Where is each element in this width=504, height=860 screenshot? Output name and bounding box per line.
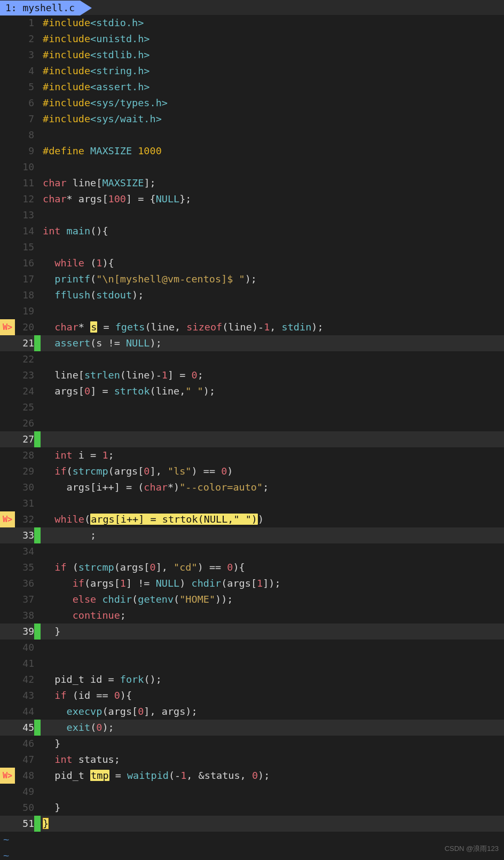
sign-column xyxy=(0,495,15,511)
code-line[interactable]: 2#include<unistd.h> xyxy=(0,31,504,47)
code-line[interactable]: 51} xyxy=(0,816,504,832)
code-line[interactable]: 40 xyxy=(0,640,504,656)
code-line[interactable]: 30 args[i++] = (char*)"--color=auto"; xyxy=(0,479,504,495)
code-line[interactable]: 43 if (id == 0){ xyxy=(0,688,504,704)
code-line[interactable]: 28 int i = 1; xyxy=(0,447,504,463)
code-content[interactable]: while(args[i++] = strtok(NULL," ")) xyxy=(41,511,504,527)
sign-column xyxy=(0,624,15,640)
code-line[interactable]: 23 line[strlen(line)-1] = 0; xyxy=(0,367,504,383)
code-line[interactable]: 27 xyxy=(0,431,504,447)
code-line[interactable]: W>20 char* s = fgets(line, sizeof(line)-… xyxy=(0,319,504,335)
code-line[interactable]: 4#include<string.h> xyxy=(0,63,504,79)
code-line[interactable]: 49 xyxy=(0,784,504,800)
change-marker xyxy=(34,495,41,511)
code-content[interactable]: while (1){ xyxy=(41,255,504,271)
code-line[interactable]: 11char line[MAXSIZE]; xyxy=(0,175,504,191)
code-content[interactable]: args[i++] = (char*)"--color=auto"; xyxy=(41,479,504,495)
code-content[interactable]: #include<unistd.h> xyxy=(41,31,504,47)
tab-current[interactable]: 1: myshell.c xyxy=(0,1,80,15)
code-content[interactable]: #include<sys/types.h> xyxy=(41,95,504,111)
sign-column xyxy=(0,399,15,415)
code-line[interactable]: W>48 pid_t tmp = waitpid(-1, &status, 0)… xyxy=(0,768,504,784)
code-line[interactable]: 42 pid_t id = fork(); xyxy=(0,672,504,688)
code-line[interactable]: 39 } xyxy=(0,624,504,640)
code-line[interactable]: 3#include<stdlib.h> xyxy=(0,47,504,63)
code-content[interactable]: char* args[100] = {NULL}; xyxy=(41,191,504,207)
line-number: 44 xyxy=(15,704,34,720)
code-line[interactable]: 6#include<sys/types.h> xyxy=(0,95,504,111)
code-content[interactable]: if (id == 0){ xyxy=(41,688,504,704)
code-line[interactable]: 15 xyxy=(0,239,504,255)
code-area[interactable]: 1#include<stdio.h>2#include<unistd.h>3#i… xyxy=(0,15,504,860)
code-line[interactable]: 24 args[0] = strtok(line," "); xyxy=(0,383,504,399)
code-line[interactable]: 10 xyxy=(0,159,504,175)
code-content[interactable]: int status; xyxy=(41,752,504,768)
code-line[interactable]: 36 if(args[1] != NULL) chdir(args[1]); xyxy=(0,575,504,591)
code-line[interactable]: W>32 while(args[i++] = strtok(NULL," ")) xyxy=(0,511,504,527)
code-content[interactable]: ; xyxy=(41,527,504,543)
code-content[interactable]: printf("\n[myshell@vm-centos]$ "); xyxy=(41,271,504,287)
code-line[interactable]: 17 printf("\n[myshell@vm-centos]$ "); xyxy=(0,271,504,287)
code-content[interactable]: continue; xyxy=(41,607,504,624)
code-content[interactable]: int i = 1; xyxy=(41,447,504,463)
code-line[interactable]: 21 assert(s != NULL); xyxy=(0,335,504,351)
code-content[interactable]: else chdir(getenv("HOME")); xyxy=(41,591,504,607)
code-content[interactable]: #include<string.h> xyxy=(41,63,504,79)
code-line[interactable]: 1#include<stdio.h> xyxy=(0,15,504,31)
code-content[interactable]: line[strlen(line)-1] = 0; xyxy=(41,367,504,383)
line-number: 29 xyxy=(15,463,34,479)
code-line[interactable]: 37 else chdir(getenv("HOME")); xyxy=(0,591,504,607)
code-content[interactable]: } xyxy=(41,736,504,752)
code-line[interactable]: 18 fflush(stdout); xyxy=(0,287,504,303)
code-content[interactable]: fflush(stdout); xyxy=(41,287,504,303)
code-line[interactable]: 34 xyxy=(0,543,504,559)
code-line[interactable]: 8 xyxy=(0,127,504,143)
code-content[interactable]: assert(s != NULL); xyxy=(41,335,504,351)
code-line[interactable]: 7#include<sys/wait.h> xyxy=(0,111,504,127)
code-line[interactable]: 38 continue; xyxy=(0,607,504,624)
code-line[interactable]: 46 } xyxy=(0,736,504,752)
code-line[interactable]: 47 int status; xyxy=(0,752,504,768)
code-content[interactable]: if(args[1] != NULL) chdir(args[1]); xyxy=(41,575,504,591)
code-content[interactable]: #include<assert.h> xyxy=(41,79,504,95)
code-content[interactable]: if(strcmp(args[0], "ls") == 0) xyxy=(41,463,504,479)
code-line[interactable]: 26 xyxy=(0,415,504,431)
code-line[interactable]: 14int main(){ xyxy=(0,223,504,239)
code-line[interactable]: 41 xyxy=(0,656,504,672)
code-line[interactable]: 35 if (strcmp(args[0], "cd") == 0){ xyxy=(0,559,504,575)
code-content[interactable]: #include<sys/wait.h> xyxy=(41,111,504,127)
code-line[interactable]: 29 if(strcmp(args[0], "ls") == 0) xyxy=(0,463,504,479)
change-marker xyxy=(34,463,41,479)
code-line[interactable]: 25 xyxy=(0,399,504,415)
code-content[interactable]: exit(0); xyxy=(41,720,504,736)
code-content[interactable]: pid_t id = fork(); xyxy=(41,672,504,688)
code-content[interactable]: } xyxy=(41,624,504,640)
code-content[interactable]: args[0] = strtok(line," "); xyxy=(41,383,504,399)
code-line[interactable]: 13 xyxy=(0,207,504,223)
code-content[interactable]: #define MAXSIZE 1000 xyxy=(41,143,504,159)
code-content[interactable]: pid_t tmp = waitpid(-1, &status, 0); xyxy=(41,768,504,784)
code-content[interactable]: if (strcmp(args[0], "cd") == 0){ xyxy=(41,559,504,575)
code-content[interactable]: char line[MAXSIZE]; xyxy=(41,175,504,191)
sign-column xyxy=(0,383,15,399)
code-line[interactable]: 33 ; xyxy=(0,527,504,543)
code-line[interactable]: 22 xyxy=(0,351,504,367)
code-content[interactable]: #include<stdio.h> xyxy=(41,15,504,31)
code-line[interactable]: 45 exit(0); xyxy=(0,720,504,736)
code-content[interactable]: char* s = fgets(line, sizeof(line)-1, st… xyxy=(41,319,504,335)
code-content[interactable]: execvp(args[0], args); xyxy=(41,704,504,720)
code-line[interactable]: 12char* args[100] = {NULL}; xyxy=(0,191,504,207)
change-marker xyxy=(34,447,41,463)
code-content[interactable]: int main(){ xyxy=(41,223,504,239)
code-line[interactable]: 44 execvp(args[0], args); xyxy=(0,704,504,720)
code-content[interactable]: } xyxy=(41,800,504,816)
code-content[interactable]: } xyxy=(41,816,504,832)
code-line[interactable]: 19 xyxy=(0,303,504,319)
code-line[interactable]: 16 while (1){ xyxy=(0,255,504,271)
code-content[interactable]: #include<stdlib.h> xyxy=(41,47,504,63)
sign-column xyxy=(0,15,15,31)
code-line[interactable]: 50 } xyxy=(0,800,504,816)
code-line[interactable]: 31 xyxy=(0,495,504,511)
code-line[interactable]: 9#define MAXSIZE 1000 xyxy=(0,143,504,159)
code-line[interactable]: 5#include<assert.h> xyxy=(0,79,504,95)
